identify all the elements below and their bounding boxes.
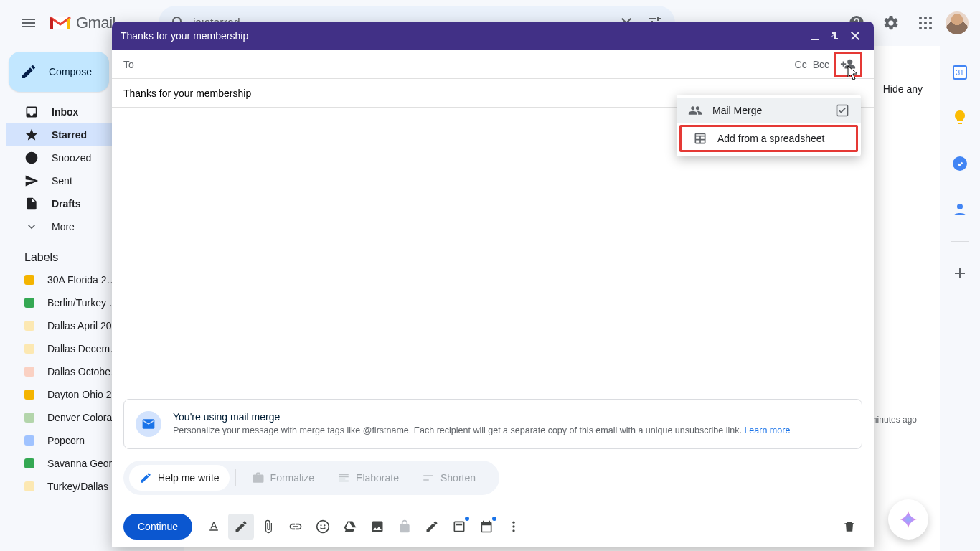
nav-starred-label: Starred bbox=[52, 129, 87, 141]
magic-pen-icon bbox=[139, 471, 152, 484]
gmail-wordmark: Gmail bbox=[76, 14, 116, 32]
shorten-button[interactable]: Shorten bbox=[412, 465, 486, 491]
font-button[interactable] bbox=[201, 514, 227, 540]
svg-point-12 bbox=[957, 204, 963, 209]
star-icon bbox=[24, 128, 39, 142]
more-options-button[interactable] bbox=[501, 514, 527, 540]
file-icon bbox=[24, 197, 39, 211]
learn-more-link[interactable]: Learn more bbox=[744, 425, 790, 435]
more-vert-icon bbox=[507, 519, 521, 534]
label-color-swatch bbox=[24, 435, 34, 446]
svg-point-1 bbox=[924, 17, 927, 19]
attach-button[interactable] bbox=[255, 514, 281, 540]
nav-inbox-label: Inbox bbox=[52, 106, 78, 118]
close-dialog-button[interactable] bbox=[845, 26, 865, 46]
svg-text:31: 31 bbox=[956, 69, 964, 77]
link-icon bbox=[288, 519, 303, 534]
dialog-title: Thanks for your membership bbox=[121, 30, 805, 42]
label-text: Denver Colora… bbox=[47, 412, 122, 423]
dialog-header[interactable]: Thanks for your membership bbox=[112, 22, 874, 50]
insert-emoji-button[interactable] bbox=[310, 514, 336, 540]
drive-icon bbox=[343, 519, 357, 534]
settings-button[interactable] bbox=[877, 9, 905, 37]
formatting-options-button[interactable] bbox=[228, 514, 254, 540]
label-color-swatch bbox=[24, 458, 34, 468]
gemini-fab[interactable] bbox=[888, 499, 928, 540]
recipients-row[interactable]: To Cc Bcc bbox=[112, 50, 874, 79]
label-text: 30A Florida 2… bbox=[47, 274, 117, 286]
checkbox-checked-icon bbox=[835, 103, 849, 118]
label-text: Popcorn bbox=[47, 435, 85, 446]
label-color-swatch bbox=[24, 344, 34, 354]
select-template-button[interactable] bbox=[446, 514, 472, 540]
main-menu-button[interactable] bbox=[11, 6, 46, 40]
label-text: Dallas Octobe… bbox=[47, 366, 121, 377]
people-icon bbox=[688, 103, 702, 118]
expand-text-icon bbox=[337, 471, 350, 484]
collapse-text-icon bbox=[422, 471, 435, 484]
elaborate-button[interactable]: Elaborate bbox=[327, 465, 409, 491]
pencil-icon bbox=[20, 63, 37, 80]
template-icon bbox=[452, 519, 466, 534]
label-color-swatch bbox=[24, 275, 34, 285]
gmail-logo[interactable]: Gmail bbox=[49, 14, 116, 32]
contacts-addon[interactable] bbox=[946, 195, 974, 224]
insert-photo-button[interactable] bbox=[364, 514, 390, 540]
svg-point-3 bbox=[919, 22, 922, 24]
clock-icon bbox=[24, 151, 39, 165]
formalize-button[interactable]: Formalize bbox=[242, 465, 324, 491]
to-input[interactable] bbox=[143, 59, 795, 70]
get-addons[interactable] bbox=[946, 259, 974, 288]
plus-icon bbox=[951, 265, 969, 282]
image-icon bbox=[370, 519, 385, 534]
cc-link[interactable]: Cc bbox=[795, 59, 807, 70]
mail-merge-banner: You're using mail merge Personalize your… bbox=[123, 399, 862, 449]
gear-icon bbox=[882, 14, 900, 32]
sheets-icon bbox=[693, 131, 707, 146]
keep-addon[interactable] bbox=[946, 103, 974, 132]
select-contacts-button[interactable] bbox=[834, 52, 862, 77]
label-text: Dallas April 20… bbox=[47, 320, 122, 331]
svg-point-8 bbox=[929, 27, 932, 29]
hide-any-text[interactable]: Hide any bbox=[883, 83, 923, 95]
svg-point-19 bbox=[512, 522, 514, 524]
briefcase-icon bbox=[252, 471, 265, 484]
merge-banner-body-text: Personalize your message with merge tags… bbox=[173, 425, 744, 435]
svg-point-4 bbox=[924, 22, 927, 24]
help-me-write-button[interactable]: Help me write bbox=[129, 465, 230, 491]
formalize-label: Formalize bbox=[270, 472, 314, 484]
label-text: Berlin/Turkey … bbox=[47, 297, 119, 309]
tasks-addon[interactable] bbox=[946, 149, 974, 178]
send-button[interactable]: Continue bbox=[123, 514, 192, 540]
bcc-link[interactable]: Bcc bbox=[813, 59, 829, 70]
calendar-plus-icon bbox=[479, 519, 494, 534]
cursor-icon bbox=[846, 65, 862, 81]
add-spreadsheet-label: Add from a spreadsheet bbox=[717, 133, 824, 144]
compose-dialog: Thanks for your membership To Cc Bcc Mai… bbox=[112, 22, 874, 547]
account-avatar[interactable] bbox=[946, 11, 969, 34]
google-apps-button[interactable] bbox=[911, 9, 940, 37]
inbox-icon bbox=[24, 105, 39, 119]
svg-point-15 bbox=[320, 524, 321, 526]
insert-drive-button[interactable] bbox=[337, 514, 363, 540]
help-me-write-bar: Help me write Formalize Elaborate Shorte… bbox=[123, 461, 499, 495]
help-me-write-label: Help me write bbox=[158, 472, 220, 484]
attachment-icon bbox=[261, 519, 275, 534]
compose-actions-row: Continue bbox=[112, 507, 874, 547]
add-from-spreadsheet[interactable]: Add from a spreadsheet bbox=[682, 127, 856, 150]
schedule-send-button[interactable] bbox=[473, 514, 499, 540]
fullscreen-button[interactable] bbox=[825, 26, 845, 46]
envelope-icon bbox=[141, 417, 156, 431]
insert-signature-button[interactable] bbox=[419, 514, 445, 540]
mail-merge-toggle[interactable]: Mail Merge bbox=[677, 98, 861, 123]
mail-merge-menu: Mail Merge Add from a spreadsheet bbox=[677, 95, 861, 156]
minimize-button[interactable] bbox=[805, 26, 825, 46]
confidential-mode-button[interactable] bbox=[392, 514, 418, 540]
close-icon bbox=[850, 31, 860, 41]
ink-pen-icon bbox=[425, 519, 439, 534]
compose-button[interactable]: Compose bbox=[9, 52, 109, 92]
discard-draft-button[interactable] bbox=[837, 514, 862, 540]
keep-icon bbox=[951, 109, 969, 126]
calendar-addon[interactable]: 31 bbox=[946, 57, 974, 86]
insert-link-button[interactable] bbox=[283, 514, 308, 540]
